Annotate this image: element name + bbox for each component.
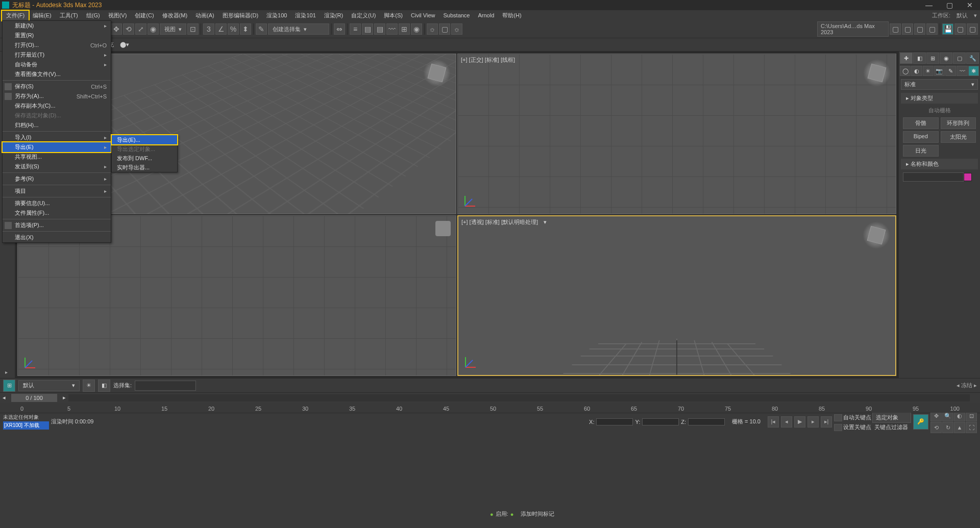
selset-input[interactable] xyxy=(135,381,196,391)
project-btn1[interactable]: ▢ xyxy=(890,23,901,35)
file-savecopy[interactable]: 保存副本为(C)... xyxy=(3,101,111,111)
export-file[interactable]: 导出(E)... xyxy=(112,135,177,144)
curve-editor-button[interactable]: 〰 xyxy=(386,23,398,35)
mirror-button[interactable]: ⇔ xyxy=(334,23,345,35)
hierarchy-tab[interactable]: ⊞ xyxy=(926,53,939,64)
autokey-toggle[interactable] xyxy=(834,414,842,421)
object-type-header[interactable]: ▸ 对象类型 xyxy=(901,93,978,104)
add-time-tag[interactable]: 添加时间标记 xyxy=(521,510,554,518)
file-summary[interactable]: 摘要信息(U)... xyxy=(3,198,111,208)
ringarray-button[interactable]: 环形阵列 xyxy=(941,117,976,129)
viewcube[interactable] xyxy=(863,221,890,249)
time-slider-handle[interactable]: 0 / 100 xyxy=(11,394,57,402)
menu-edit[interactable]: 编辑(E) xyxy=(29,11,56,20)
play-button[interactable]: ▶ xyxy=(794,416,805,428)
play-start-button[interactable]: |◂ xyxy=(768,416,779,428)
play-next-button[interactable]: ▸ xyxy=(807,416,819,428)
bone-button[interactable]: 骨骼 xyxy=(903,117,939,129)
nav-maximize-button[interactable]: ⛶ xyxy=(966,422,977,433)
align-button[interactable]: ≡ xyxy=(350,23,361,35)
menu-view[interactable]: 视图(V) xyxy=(104,11,131,20)
prev-key-button[interactable]: ◂ xyxy=(0,394,8,401)
viewport-label[interactable]: [+] [正交] [标准] [线框] xyxy=(461,56,515,64)
named-sel-dropdown[interactable]: 创建选择集▾ xyxy=(268,23,329,35)
viewcube[interactable] xyxy=(435,221,451,236)
file-recent[interactable]: 打开最近(T)▸ xyxy=(3,50,111,60)
x-input[interactable] xyxy=(596,418,633,425)
menu-scripting[interactable]: 脚本(S) xyxy=(380,11,407,20)
isolate-button[interactable]: ☀ xyxy=(83,380,95,392)
viewcube[interactable] xyxy=(863,59,891,87)
file-open[interactable]: 打开(O)...Ctrl+O xyxy=(3,40,111,50)
file-saveas[interactable]: 另存为(A)...Shift+Ctrl+S xyxy=(3,91,111,101)
file-new[interactable]: 新建(N)▸ xyxy=(3,21,111,31)
file-exit[interactable]: 退出(X) xyxy=(3,233,111,242)
snap-percent-button[interactable]: % xyxy=(228,23,239,35)
menu-grapheditors[interactable]: 图形编辑器(D) xyxy=(218,11,262,20)
export-dwf[interactable]: 发布到 DWF... xyxy=(112,154,177,163)
project-btn4[interactable]: ▢ xyxy=(926,23,938,35)
autogrid-checkbox[interactable]: 自动栅格 xyxy=(899,105,980,116)
setkey-toggle[interactable] xyxy=(834,424,842,431)
menu-modifiers[interactable]: 修改器(M) xyxy=(158,11,192,20)
maximize-button[interactable]: ▢ xyxy=(939,0,960,10)
save-highlight-button[interactable]: 💾 xyxy=(942,23,953,35)
name-input[interactable] xyxy=(903,172,964,182)
menu-group[interactable]: 组(G) xyxy=(82,11,104,20)
nav-orbit-button[interactable]: ⟲ xyxy=(930,422,942,433)
biped-button[interactable]: Biped xyxy=(903,131,939,143)
fx-icon[interactable]: ▾ xyxy=(544,219,547,225)
time-slider-track[interactable] xyxy=(68,394,970,401)
flyout-arrow-icon[interactable]: ▸ xyxy=(5,369,8,375)
motion-tab[interactable]: ◉ xyxy=(940,53,952,64)
file-save[interactable]: 保存(S)Ctrl+S xyxy=(3,82,111,91)
ribbon-button[interactable]: ▤ xyxy=(374,23,385,35)
sunlight-button[interactable]: 太阳光 xyxy=(941,131,976,143)
file-export[interactable]: 导出(E)▸ xyxy=(3,142,111,152)
keymode-dropdown[interactable]: 选定对象 xyxy=(872,412,911,423)
file-import[interactable]: 导入(I)▸ xyxy=(3,133,111,142)
helpers-tab[interactable]: ✎ xyxy=(945,66,956,76)
project-btn3[interactable]: ▢ xyxy=(914,23,925,35)
menu-substance[interactable]: Substance xyxy=(439,11,474,19)
snap-toggle-button[interactable]: 3 xyxy=(203,23,214,35)
render-setup-button[interactable]: ☼ xyxy=(427,23,438,35)
file-sendto[interactable]: 发送到(S)▸ xyxy=(3,162,111,171)
workspace-selector[interactable]: 工作区: 默认 ▾ xyxy=(929,12,980,19)
menu-render101[interactable]: 渲染101 xyxy=(291,11,320,20)
edit-named-sel-button[interactable]: ✎ xyxy=(256,23,267,35)
layers-button[interactable]: ▤ xyxy=(362,23,373,35)
ref-coord-dropdown[interactable]: 视图▾ xyxy=(160,23,186,35)
file-shareview[interactable]: 共享视图... xyxy=(3,152,111,162)
play-prev-button[interactable]: ◂ xyxy=(781,416,792,428)
display-tab[interactable]: ▢ xyxy=(953,53,966,64)
vp-layout-button[interactable]: ⊞ xyxy=(3,380,15,392)
minimize-button[interactable]: — xyxy=(919,0,939,10)
utilities-tab[interactable]: 🔧 xyxy=(966,53,979,64)
viewport-top-right[interactable]: [+] [正交] [标准] [线框] xyxy=(457,54,896,214)
viewport-label[interactable]: [+] [透视] [标准] [默认明暗处理] ▾ xyxy=(461,218,547,226)
category-dropdown[interactable]: 标准 ▾ xyxy=(901,79,978,90)
color-swatch[interactable] xyxy=(964,173,972,181)
placement-button[interactable]: ◉ xyxy=(148,23,159,35)
z-input[interactable] xyxy=(688,418,725,425)
modify-tab[interactable]: ◧ xyxy=(913,53,926,64)
file-reset[interactable]: 重置(R) xyxy=(3,31,111,40)
menu-file[interactable]: 文件(F) xyxy=(2,11,29,20)
file-fileprops[interactable]: 文件属性(F)... xyxy=(3,208,111,218)
geometry-tab[interactable]: ◯ xyxy=(900,66,911,76)
systems-tab[interactable]: ✱ xyxy=(968,66,979,76)
nav-walk-button[interactable]: ▲ xyxy=(954,422,965,433)
keyfilter-label[interactable]: 关键点过滤器 xyxy=(874,423,908,431)
scale-button[interactable]: ⤢ xyxy=(135,23,146,35)
file-reference[interactable]: 参考(R)▸ xyxy=(3,174,111,184)
export-realtime[interactable]: 实时导出器... xyxy=(112,163,177,172)
daylight-button[interactable]: 日光 xyxy=(903,145,939,157)
file-view-image[interactable]: 查看图像文件(V)... xyxy=(3,69,111,79)
name-color-header[interactable]: ▸ 名称和颜色 xyxy=(901,159,978,169)
menu-animation[interactable]: 动画(A) xyxy=(191,11,218,20)
xray-button[interactable]: ◧ xyxy=(98,380,110,392)
file-prefs[interactable]: 首选项(P)... xyxy=(3,220,111,230)
project-btn6[interactable]: ▢ xyxy=(967,23,978,35)
menu-help[interactable]: 帮助(H) xyxy=(498,11,525,20)
